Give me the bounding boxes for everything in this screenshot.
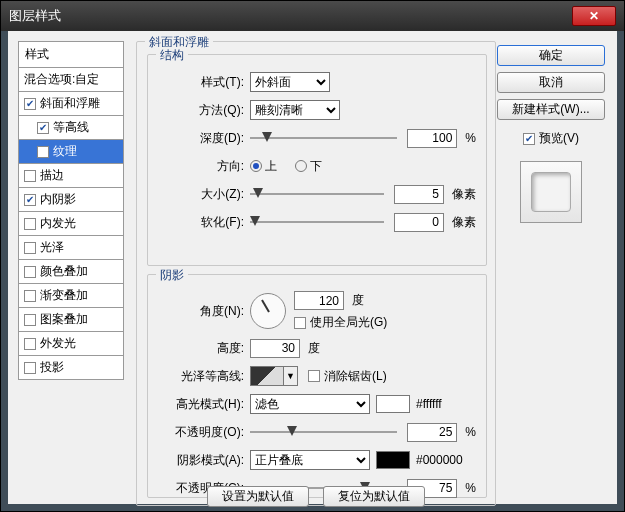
- altitude-label: 高度:: [158, 340, 250, 357]
- global-light-checkbox[interactable]: [294, 317, 306, 329]
- shading-group: 阴影 角度(N): 度 使用全局光(G): [147, 274, 487, 498]
- soften-label: 软化(F):: [158, 214, 250, 231]
- size-slider[interactable]: [250, 185, 384, 203]
- window-title: 图层样式: [9, 7, 572, 25]
- soften-input[interactable]: [394, 213, 444, 232]
- style-list: 样式 混合选项:自定 斜面和浮雕等高线纹理描边内阴影内发光光泽颜色叠加渐变叠加图…: [18, 41, 124, 380]
- direction-down-label: 下: [310, 158, 322, 175]
- angle-dial[interactable]: [250, 293, 286, 329]
- style-item-label: 图案叠加: [40, 311, 88, 328]
- style-select[interactable]: 外斜面: [250, 72, 330, 92]
- shading-legend: 阴影: [156, 267, 188, 284]
- style-item-11[interactable]: 投影: [18, 356, 124, 380]
- style-item-checkbox[interactable]: [24, 194, 36, 206]
- altitude-input[interactable]: [250, 339, 300, 358]
- shadow-hex: #000000: [416, 453, 463, 467]
- style-item-checkbox[interactable]: [37, 122, 49, 134]
- style-item-label: 外发光: [40, 335, 76, 352]
- highlight-opacity-label: 不透明度(O):: [158, 424, 250, 441]
- antialias-label: 消除锯齿(L): [324, 368, 387, 385]
- style-item-label: 内阴影: [40, 191, 76, 208]
- style-item-label: 纹理: [53, 143, 77, 160]
- style-item-checkbox[interactable]: [37, 146, 49, 158]
- close-icon: ✕: [589, 9, 599, 23]
- highlight-mode-select[interactable]: 滤色: [250, 394, 370, 414]
- direction-up-label: 上: [265, 158, 277, 175]
- direction-down-radio[interactable]: [295, 160, 307, 172]
- style-item-label: 描边: [40, 167, 64, 184]
- style-item-1[interactable]: 等高线: [18, 116, 124, 140]
- highlight-color-swatch[interactable]: [376, 395, 410, 413]
- shadow-mode-select[interactable]: 正片叠底: [250, 450, 370, 470]
- blend-options-row[interactable]: 混合选项:自定: [18, 68, 124, 92]
- style-item-checkbox[interactable]: [24, 362, 36, 374]
- depth-input[interactable]: [407, 129, 457, 148]
- angle-label: 角度(N):: [158, 303, 250, 320]
- style-label: 样式(T):: [158, 74, 250, 91]
- size-label: 大小(Z):: [158, 186, 250, 203]
- angle-unit: 度: [352, 292, 364, 309]
- reset-default-button[interactable]: 复位为默认值: [323, 486, 425, 507]
- style-item-label: 光泽: [40, 239, 64, 256]
- gloss-contour-dropdown[interactable]: ▼: [284, 366, 298, 386]
- style-item-3[interactable]: 描边: [18, 164, 124, 188]
- shadow-color-swatch[interactable]: [376, 451, 410, 469]
- bevel-emboss-group: 斜面和浮雕 结构 样式(T): 外斜面 方法(Q): 雕刻清晰 深度(D): %: [136, 41, 496, 506]
- style-item-2[interactable]: 纹理: [18, 140, 124, 164]
- style-item-9[interactable]: 图案叠加: [18, 308, 124, 332]
- size-input[interactable]: [394, 185, 444, 204]
- technique-select[interactable]: 雕刻清晰: [250, 100, 340, 120]
- highlight-opacity-input[interactable]: [407, 423, 457, 442]
- close-button[interactable]: ✕: [572, 6, 616, 26]
- highlight-hex: #ffffff: [416, 397, 442, 411]
- structure-legend: 结构: [156, 47, 188, 64]
- ok-button[interactable]: 确定: [497, 45, 605, 66]
- depth-unit: %: [465, 131, 476, 145]
- style-item-label: 内发光: [40, 215, 76, 232]
- gloss-contour-picker[interactable]: [250, 366, 284, 386]
- style-item-checkbox[interactable]: [24, 242, 36, 254]
- angle-input[interactable]: [294, 291, 344, 310]
- style-item-7[interactable]: 颜色叠加: [18, 260, 124, 284]
- style-item-checkbox[interactable]: [24, 170, 36, 182]
- style-item-checkbox[interactable]: [24, 290, 36, 302]
- depth-slider[interactable]: [250, 129, 397, 147]
- style-item-5[interactable]: 内发光: [18, 212, 124, 236]
- cancel-button[interactable]: 取消: [497, 72, 605, 93]
- soften-slider[interactable]: [250, 213, 384, 231]
- direction-label: 方向:: [158, 158, 250, 175]
- technique-label: 方法(Q):: [158, 102, 250, 119]
- global-light-label: 使用全局光(G): [310, 314, 387, 331]
- size-unit: 像素: [452, 186, 476, 203]
- style-item-6[interactable]: 光泽: [18, 236, 124, 260]
- style-item-label: 颜色叠加: [40, 263, 88, 280]
- style-item-0[interactable]: 斜面和浮雕: [18, 92, 124, 116]
- preview-label: 预览(V): [539, 130, 579, 147]
- soften-unit: 像素: [452, 214, 476, 231]
- style-item-checkbox[interactable]: [24, 218, 36, 230]
- antialias-checkbox[interactable]: [308, 370, 320, 382]
- shadow-mode-label: 阴影模式(A):: [158, 452, 250, 469]
- highlight-opacity-unit: %: [465, 425, 476, 439]
- style-list-header: 样式: [18, 41, 124, 68]
- structure-group: 结构 样式(T): 外斜面 方法(Q): 雕刻清晰 深度(D): % 方向:: [147, 54, 487, 266]
- blend-options-label: 混合选项:自定: [24, 71, 99, 88]
- preview-thumbnail: [520, 161, 582, 223]
- make-default-button[interactable]: 设置为默认值: [207, 486, 309, 507]
- highlight-opacity-slider[interactable]: [250, 423, 397, 441]
- style-item-4[interactable]: 内阴影: [18, 188, 124, 212]
- style-item-checkbox[interactable]: [24, 98, 36, 110]
- style-item-8[interactable]: 渐变叠加: [18, 284, 124, 308]
- style-item-label: 投影: [40, 359, 64, 376]
- depth-label: 深度(D):: [158, 130, 250, 147]
- style-item-checkbox[interactable]: [24, 266, 36, 278]
- style-item-label: 等高线: [53, 119, 89, 136]
- style-item-10[interactable]: 外发光: [18, 332, 124, 356]
- preview-checkbox[interactable]: [523, 133, 535, 145]
- style-item-checkbox[interactable]: [24, 314, 36, 326]
- style-item-label: 渐变叠加: [40, 287, 88, 304]
- style-item-checkbox[interactable]: [24, 338, 36, 350]
- new-style-button[interactable]: 新建样式(W)...: [497, 99, 605, 120]
- direction-up-radio[interactable]: [250, 160, 262, 172]
- gloss-contour-label: 光泽等高线:: [158, 368, 250, 385]
